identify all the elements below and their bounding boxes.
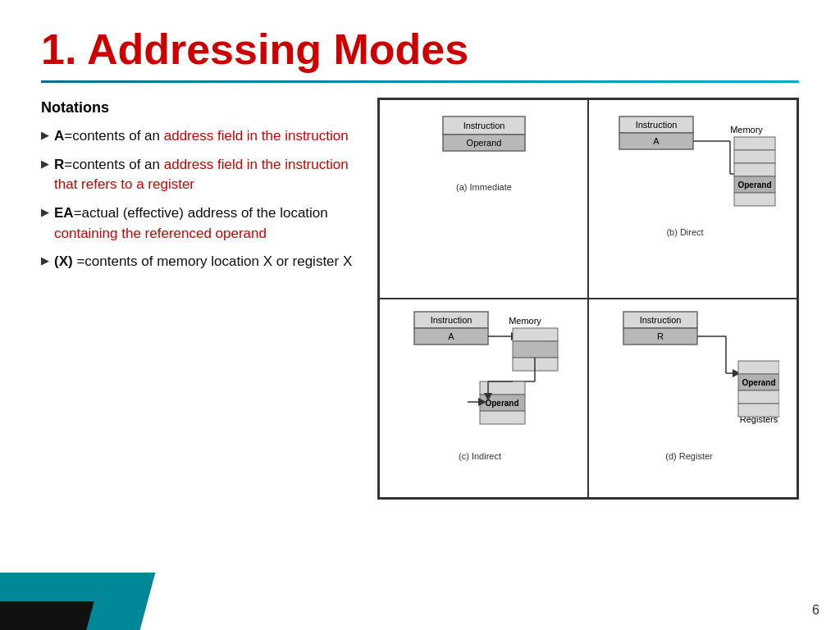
svg-rect-16: [734, 163, 775, 176]
page-number: 6: [812, 603, 819, 618]
bullet-text-x: (X) =contents of memory location X or re…: [54, 252, 352, 272]
bullet-ea: ▶ EA=actual (effective) address of the l…: [41, 203, 353, 244]
diagram-immediate-svg: Instruction Operand (a) Immediate: [402, 108, 566, 240]
svg-text:Instruction: Instruction: [463, 121, 504, 130]
svg-text:R: R: [657, 331, 664, 341]
content-area: Notations ▶ A=contents of an address fie…: [41, 98, 799, 500]
svg-text:Operand: Operand: [466, 138, 501, 148]
slide-title: 1. Addressing Modes: [41, 25, 799, 74]
svg-rect-14: [734, 137, 775, 150]
svg-text:Memory: Memory: [509, 316, 541, 326]
svg-text:(c) Indirect: (c) Indirect: [459, 451, 501, 461]
svg-rect-33: [480, 381, 525, 395]
svg-text:Instruction: Instruction: [635, 120, 677, 130]
svg-text:Instruction: Instruction: [639, 315, 681, 325]
deco-black: [0, 601, 94, 630]
svg-rect-52: [738, 361, 779, 374]
svg-text:Instruction: Instruction: [430, 315, 472, 325]
bullet-r: ▶ R=contents of an address field in the …: [41, 155, 353, 195]
bullet-arrow-r: ▶: [41, 157, 49, 171]
svg-text:A: A: [653, 136, 660, 146]
svg-text:A: A: [448, 331, 454, 341]
svg-text:(a) Immediate: (a) Immediate: [456, 182, 512, 192]
notations-label: Notations: [41, 98, 353, 118]
svg-rect-19: [734, 193, 775, 206]
diagram-register: Instruction R Registers Operand: [588, 299, 797, 498]
slide: 1. Addressing Modes Notations ▶ A=conten…: [0, 0, 840, 630]
diagram-register-svg: Instruction R Registers Operand: [607, 308, 779, 488]
diagram-direct: Instruction A Memory Operand: [588, 99, 797, 299]
title-divider: [41, 80, 799, 83]
svg-text:Operand: Operand: [737, 180, 771, 189]
svg-text:(d) Register: (d) Register: [665, 451, 713, 461]
bullet-x: ▶ (X) =contents of memory location X or …: [41, 252, 353, 272]
svg-rect-36: [480, 411, 525, 424]
bullet-text-ea: EA=actual (effective) address of the loc…: [54, 203, 353, 244]
bullet-text-a: A=contents of an address field in the in…: [54, 126, 349, 147]
bullet-arrow-a: ▶: [41, 128, 49, 143]
svg-rect-55: [738, 390, 779, 404]
bottom-decoration: [0, 564, 180, 630]
diagram-direct-svg: Instruction A Memory Operand: [603, 108, 783, 272]
left-panel: Notations ▶ A=contents of an address fie…: [41, 98, 353, 281]
svg-rect-29: [513, 341, 558, 358]
svg-rect-28: [513, 328, 558, 341]
svg-text:(b) Direct: (b) Direct: [666, 227, 703, 237]
diagram-indirect-svg: Instruction A Memory: [398, 308, 570, 488]
bullet-arrow-ea: ▶: [41, 205, 49, 220]
bullet-text-r: R=contents of an address field in the in…: [54, 155, 353, 195]
diagram-indirect: Instruction A Memory: [379, 299, 588, 498]
svg-rect-15: [734, 150, 775, 163]
bullet-a: ▶ A=contents of an address field in the …: [41, 126, 353, 147]
bullet-arrow-x: ▶: [41, 253, 49, 268]
svg-text:Memory: Memory: [730, 125, 763, 135]
diagrams-panel: Instruction Operand (a) Immediate Instru…: [377, 98, 799, 500]
diagram-immediate: Instruction Operand (a) Immediate: [379, 99, 588, 299]
svg-text:Operand: Operand: [485, 399, 518, 408]
svg-rect-56: [738, 404, 779, 417]
svg-text:Operand: Operand: [742, 378, 775, 387]
